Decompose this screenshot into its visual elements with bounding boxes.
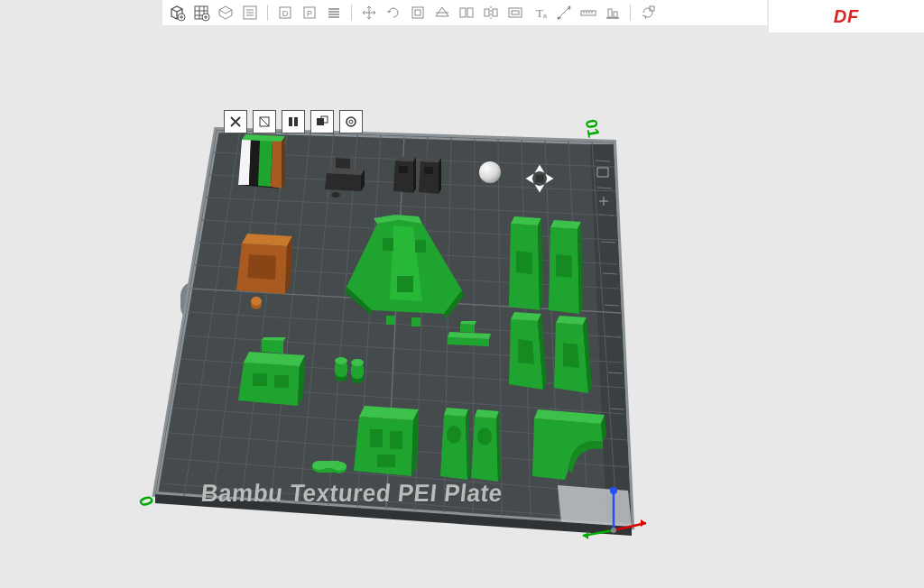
- svg-rect-12: [485, 9, 489, 16]
- settings-icon[interactable]: [339, 110, 363, 133]
- svg-rect-111: [536, 175, 543, 182]
- part-green-tank[interactable]: [235, 337, 321, 420]
- select-p-icon[interactable]: P: [299, 2, 320, 23]
- plate-label: Bambu Textured PEI Plate: [199, 479, 504, 509]
- measure-icon[interactable]: [553, 2, 575, 23]
- svg-marker-86: [238, 140, 251, 185]
- part-green-curve[interactable]: [525, 404, 615, 491]
- columns-icon[interactable]: [282, 110, 305, 133]
- svg-marker-172: [471, 417, 498, 482]
- svg-text:P: P: [307, 9, 312, 18]
- svg-marker-162: [354, 417, 413, 476]
- svg-point-149: [351, 359, 364, 366]
- svg-rect-22: [614, 12, 617, 17]
- svg-rect-75: [294, 117, 298, 126]
- svg-marker-161: [563, 343, 579, 368]
- toolbar-separator: [630, 5, 631, 21]
- svg-rect-20: [581, 11, 596, 15]
- svg-point-106: [479, 161, 501, 183]
- svg-rect-127: [386, 316, 395, 325]
- svg-marker-100: [413, 157, 416, 193]
- svg-rect-105: [424, 167, 433, 174]
- fill-icon[interactable]: [310, 110, 334, 133]
- svg-marker-99: [395, 156, 416, 161]
- svg-rect-126: [397, 276, 413, 292]
- svg-marker-136: [556, 254, 572, 278]
- svg-rect-10: [460, 8, 466, 17]
- svg-rect-128: [411, 317, 420, 326]
- svg-point-79: [349, 120, 353, 124]
- svg-text:a: a: [543, 13, 547, 19]
- rotate-icon[interactable]: [383, 2, 404, 23]
- svg-marker-87: [249, 140, 260, 186]
- svg-marker-108: [534, 184, 545, 193]
- part-black-pair[interactable]: [392, 148, 449, 202]
- svg-point-84: [611, 528, 616, 533]
- part-green-pegs[interactable]: [332, 355, 368, 388]
- split-icon[interactable]: [456, 2, 477, 23]
- svg-rect-11: [467, 8, 473, 17]
- plate-controls: [224, 110, 363, 133]
- svg-rect-101: [399, 166, 408, 173]
- part-green-block[interactable]: [350, 400, 433, 491]
- lock-icon[interactable]: [253, 110, 276, 133]
- svg-point-78: [346, 117, 356, 126]
- text-icon[interactable]: Ta: [529, 2, 550, 23]
- svg-marker-157: [518, 339, 534, 364]
- viewport-3d[interactable]: 01 0 Bambu Textured PEI Plate: [0, 25, 924, 588]
- svg-rect-15: [512, 11, 519, 14]
- svg-rect-74: [289, 117, 292, 126]
- part-black-camera[interactable]: [319, 150, 374, 200]
- svg-rect-21: [608, 9, 612, 17]
- svg-rect-167: [377, 455, 395, 467]
- svg-marker-140: [262, 340, 283, 354]
- axis-gizmo[interactable]: [578, 485, 650, 548]
- svg-marker-103: [420, 157, 441, 162]
- svg-marker-92: [325, 173, 361, 191]
- svg-marker-152: [460, 324, 475, 333]
- main-toolbar: D P Ta: [162, 0, 767, 25]
- svg-rect-9: [415, 10, 420, 15]
- part-green-bar[interactable]: [442, 321, 500, 357]
- add-grid-icon[interactable]: [190, 2, 212, 23]
- align-icon[interactable]: [602, 2, 624, 23]
- toolbar-separator: [351, 5, 352, 21]
- part-sphere[interactable]: [476, 159, 504, 186]
- part-green-wings[interactable]: [504, 312, 603, 411]
- plate-number: 01: [581, 118, 603, 139]
- svg-rect-8: [412, 7, 423, 18]
- sheet-icon[interactable]: [215, 2, 236, 23]
- select-cube-icon[interactable]: D: [274, 2, 296, 23]
- svg-marker-98: [393, 161, 413, 193]
- svg-rect-181: [319, 461, 339, 468]
- svg-marker-109: [525, 173, 534, 184]
- layers-icon[interactable]: [323, 2, 345, 23]
- svg-rect-76: [317, 118, 324, 125]
- move-icon[interactable]: [358, 2, 380, 23]
- hollow-icon[interactable]: [504, 2, 526, 23]
- svg-marker-132: [516, 251, 532, 274]
- svg-marker-102: [419, 161, 439, 194]
- add-cube-icon[interactable]: [166, 2, 188, 23]
- svg-marker-95: [336, 158, 350, 169]
- svg-point-171: [447, 426, 461, 444]
- svg-marker-88: [258, 141, 273, 187]
- svg-marker-168: [440, 415, 467, 480]
- refresh-icon[interactable]: [637, 2, 659, 23]
- svg-rect-143: [274, 375, 289, 388]
- close-icon[interactable]: [224, 110, 247, 133]
- svg-marker-91: [282, 136, 285, 188]
- svg-point-117: [251, 297, 262, 306]
- mirror-icon[interactable]: [480, 2, 502, 23]
- part-green-pill[interactable]: [310, 458, 350, 474]
- part-cursor-widget[interactable]: [522, 161, 559, 198]
- part-color-swatch[interactable]: [236, 129, 294, 201]
- part-orange-box[interactable]: [229, 224, 307, 323]
- scale-icon[interactable]: [407, 2, 429, 23]
- plane-cut-icon[interactable]: [431, 2, 453, 23]
- ruler-icon[interactable]: [578, 2, 599, 23]
- list-icon[interactable]: [239, 2, 261, 23]
- svg-rect-142: [253, 373, 267, 386]
- svg-marker-137: [238, 363, 300, 406]
- svg-rect-165: [370, 429, 383, 447]
